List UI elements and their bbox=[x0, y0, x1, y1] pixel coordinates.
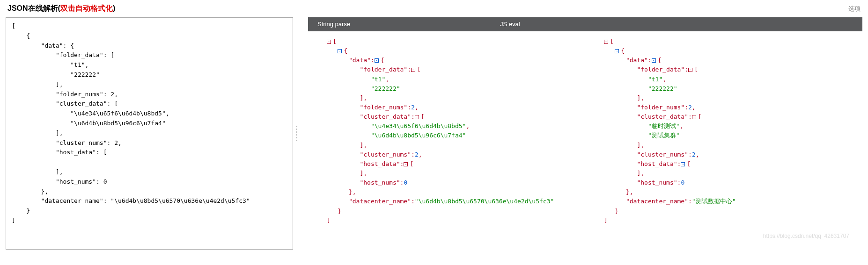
js-eval-output: -[ -{ "data":-{ "folder_data":-[ "t1", "… bbox=[585, 31, 862, 250]
title-text-red: 双击自动格式化 bbox=[60, 4, 113, 12]
json-key: "folder_data" bbox=[360, 66, 407, 73]
collapse-icon[interactable]: - bbox=[692, 115, 696, 119]
json-key: "host_nums" bbox=[360, 179, 400, 186]
json-key: "data" bbox=[349, 57, 371, 64]
collapse-icon[interactable]: - bbox=[327, 40, 331, 44]
json-key: "datacenter_name" bbox=[626, 198, 688, 205]
watermark: https://blog.csdn.net/qq_42631707 bbox=[763, 232, 849, 241]
page-header: JSON在线解析(双击自动格式化) 选项 bbox=[0, 0, 868, 17]
collapse-icon[interactable]: - bbox=[411, 68, 415, 72]
json-string: "测试集群" bbox=[648, 132, 680, 139]
json-string: "t1" bbox=[648, 76, 662, 83]
collapse-icon[interactable]: - bbox=[652, 58, 656, 63]
json-key: "folder_nums" bbox=[360, 104, 407, 111]
json-string: "\u4e34\u65f6\u6d4b\u8bd5" bbox=[371, 122, 466, 129]
json-key: "host_data" bbox=[360, 160, 400, 167]
splitter-dot bbox=[296, 131, 297, 133]
json-key: "datacenter_name" bbox=[349, 198, 411, 205]
string-parse-output: -[ -{ "data":-{ "folder_data":-[ "t1", "… bbox=[308, 31, 585, 250]
output-row: -[ -{ "data":-{ "folder_data":-[ "t1", "… bbox=[308, 31, 862, 250]
collapse-icon[interactable]: - bbox=[681, 162, 685, 166]
json-key: "host_data" bbox=[637, 160, 677, 167]
json-number: 2 bbox=[415, 151, 419, 158]
title-text-close: ) bbox=[113, 4, 115, 12]
json-string: "t1" bbox=[371, 76, 385, 83]
title-text-black: JSON在线解析( bbox=[7, 4, 60, 12]
splitter-dot bbox=[296, 126, 297, 127]
main-container: [ { "data": { "folder_data": [ "t1", "22… bbox=[0, 17, 868, 250]
json-key: "host_nums" bbox=[637, 179, 677, 186]
splitter-dot bbox=[296, 140, 297, 141]
json-number: 2 bbox=[692, 151, 696, 158]
splitter-handle[interactable] bbox=[293, 17, 300, 250]
json-key: "cluster_data" bbox=[637, 113, 688, 120]
json-key: "folder_nums" bbox=[637, 104, 684, 111]
json-string: "222222" bbox=[648, 85, 677, 92]
collapse-icon[interactable]: - bbox=[615, 49, 619, 53]
output-panel: String parse JS eval -[ -{ "data":-{ "fo… bbox=[308, 17, 862, 250]
collapse-icon[interactable]: - bbox=[415, 115, 419, 119]
json-number: 0 bbox=[404, 179, 407, 186]
tab-js-eval[interactable]: JS eval bbox=[491, 17, 530, 31]
json-key: "cluster_nums" bbox=[637, 151, 688, 158]
tab-string-parse[interactable]: String parse bbox=[308, 17, 360, 31]
json-number: 2 bbox=[688, 104, 692, 111]
splitter-dot bbox=[296, 134, 297, 136]
collapse-icon[interactable]: - bbox=[604, 40, 608, 44]
json-string: "测试数据中心" bbox=[692, 198, 736, 205]
json-key: "cluster_data" bbox=[360, 113, 411, 120]
collapse-icon[interactable]: - bbox=[688, 68, 692, 72]
json-string: "临时测试" bbox=[648, 122, 680, 129]
splitter-dot bbox=[296, 129, 297, 130]
json-string: "\u6d4b\u8bd5\u6570\u636e\u4e2d\u5fc3" bbox=[415, 198, 554, 205]
splitter-dot bbox=[296, 137, 297, 138]
collapse-icon[interactable]: - bbox=[375, 58, 379, 63]
page-title: JSON在线解析(双击自动格式化) bbox=[7, 4, 115, 14]
json-key: "data" bbox=[626, 57, 648, 64]
json-input-area[interactable]: [ { "data": { "folder_data": [ "t1", "22… bbox=[6, 17, 293, 250]
json-number: 2 bbox=[411, 104, 415, 111]
collapse-icon[interactable]: - bbox=[338, 49, 342, 53]
json-string: "222222" bbox=[371, 85, 400, 92]
collapse-icon[interactable]: - bbox=[404, 162, 408, 166]
options-link[interactable]: 选项 bbox=[848, 5, 861, 13]
json-string: "\u6d4b\u8bd5\u96c6\u7fa4" bbox=[371, 132, 466, 139]
json-key: "folder_data" bbox=[637, 66, 684, 73]
json-number: 0 bbox=[681, 179, 684, 186]
output-tabs: String parse JS eval bbox=[308, 17, 862, 31]
json-key: "cluster_nums" bbox=[360, 151, 411, 158]
